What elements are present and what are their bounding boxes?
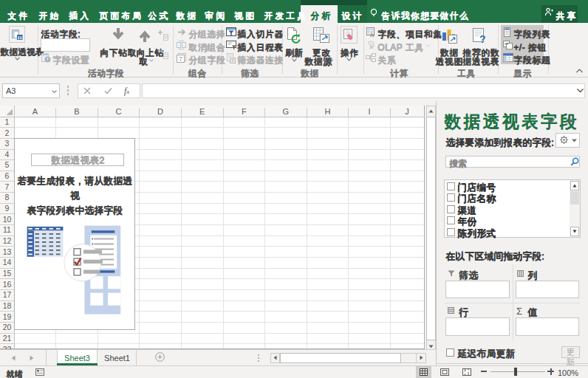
svg-text:A: A — [33, 107, 38, 116]
svg-text:C: C — [116, 107, 122, 116]
svg-text:7: 7 — [179, 55, 182, 63]
svg-text:F: F — [242, 107, 247, 116]
svg-text:?: ? — [479, 33, 486, 45]
svg-text:D: D — [157, 107, 163, 116]
svg-text:4: 4 — [5, 150, 10, 159]
svg-text:2: 2 — [5, 128, 10, 137]
svg-text:12: 12 — [3, 236, 12, 245]
svg-text:I: I — [369, 107, 371, 116]
svg-text:J: J — [405, 107, 409, 116]
svg-text:9: 9 — [5, 204, 10, 213]
svg-text:fx: fx — [370, 32, 375, 37]
svg-text:18: 18 — [3, 301, 12, 310]
svg-text:8: 8 — [5, 193, 10, 202]
svg-text:17: 17 — [3, 290, 12, 299]
svg-text:B: B — [74, 107, 79, 116]
svg-text:E: E — [199, 107, 205, 116]
svg-text:fx: fx — [369, 44, 374, 49]
svg-text:19: 19 — [3, 312, 12, 321]
svg-text:G: G — [283, 107, 290, 116]
svg-text:6: 6 — [5, 171, 10, 180]
svg-text:15: 15 — [3, 269, 12, 278]
svg-text:1: 1 — [5, 117, 10, 126]
svg-text:14: 14 — [3, 258, 12, 267]
svg-text:16: 16 — [3, 280, 12, 289]
svg-text:13: 13 — [3, 247, 12, 256]
svg-text:10: 10 — [3, 215, 12, 224]
svg-text:20: 20 — [3, 323, 12, 331]
svg-text:11: 11 — [3, 225, 11, 234]
svg-text:21: 21 — [3, 334, 12, 343]
svg-text:7: 7 — [5, 182, 10, 191]
svg-text:H: H — [325, 107, 331, 116]
svg-text:3: 3 — [5, 139, 10, 148]
svg-text:5: 5 — [5, 160, 10, 169]
